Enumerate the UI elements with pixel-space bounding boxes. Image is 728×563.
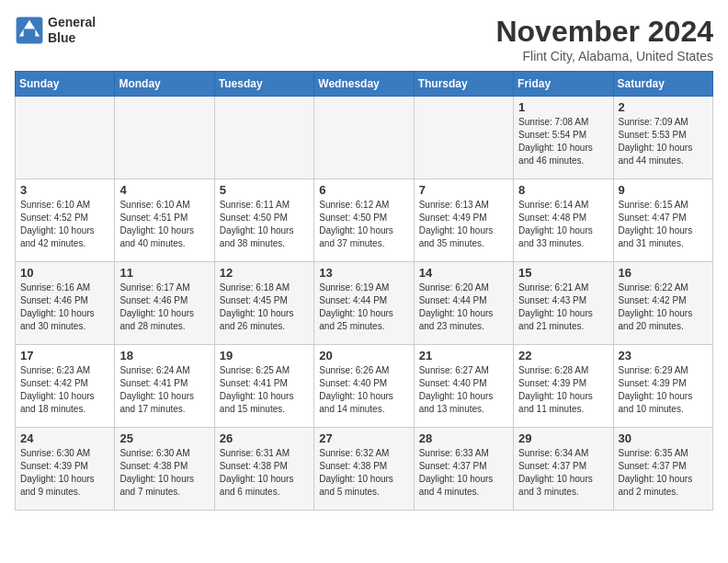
day-number: 8 (518, 183, 608, 197)
day-info: Sunrise: 6:27 AM Sunset: 4:40 PM Dayligh… (419, 364, 508, 416)
calendar-cell (414, 97, 513, 179)
day-number: 25 (119, 431, 209, 445)
calendar-week-1: 1Sunrise: 7:08 AM Sunset: 5:54 PM Daylig… (16, 97, 713, 179)
svg-rect-2 (24, 29, 36, 38)
day-number: 17 (20, 349, 109, 362)
day-number: 16 (619, 266, 708, 280)
day-info: Sunrise: 6:35 AM Sunset: 4:37 PM Dayligh… (619, 447, 708, 499)
day-info: Sunrise: 6:28 AM Sunset: 4:39 PM Dayligh… (518, 364, 608, 416)
day-number: 18 (119, 349, 209, 362)
location: Flint City, Alabama, United States (495, 49, 713, 63)
calendar-cell: 25Sunrise: 6:30 AM Sunset: 4:38 PM Dayli… (115, 428, 214, 511)
day-number: 21 (419, 349, 508, 362)
calendar-cell: 21Sunrise: 6:27 AM Sunset: 4:40 PM Dayli… (414, 345, 513, 428)
calendar-cell: 26Sunrise: 6:31 AM Sunset: 4:38 PM Dayli… (214, 428, 313, 511)
calendar-cell: 28Sunrise: 6:33 AM Sunset: 4:37 PM Dayli… (414, 428, 513, 511)
day-info: Sunrise: 6:14 AM Sunset: 4:48 PM Dayligh… (518, 199, 608, 250)
calendar-cell: 24Sunrise: 6:30 AM Sunset: 4:39 PM Dayli… (16, 428, 115, 511)
calendar-cell: 19Sunrise: 6:25 AM Sunset: 4:41 PM Dayli… (214, 345, 313, 428)
day-number: 10 (20, 266, 109, 280)
calendar-cell: 22Sunrise: 6:28 AM Sunset: 4:39 PM Dayli… (514, 345, 613, 428)
calendar-table: SundayMondayTuesdayWednesdayThursdayFrid… (15, 71, 713, 511)
day-info: Sunrise: 6:11 AM Sunset: 4:50 PM Dayligh… (220, 199, 309, 250)
day-number: 2 (619, 100, 708, 114)
day-number: 14 (419, 266, 508, 280)
day-info: Sunrise: 6:10 AM Sunset: 4:52 PM Dayligh… (20, 199, 109, 250)
day-number: 24 (20, 431, 109, 445)
day-info: Sunrise: 6:24 AM Sunset: 4:41 PM Dayligh… (119, 364, 209, 416)
calendar-cell: 2Sunrise: 7:09 AM Sunset: 5:53 PM Daylig… (613, 97, 712, 179)
day-number: 4 (119, 183, 209, 197)
weekday-header-sunday: Sunday (16, 72, 115, 97)
day-number: 6 (319, 183, 408, 197)
day-info: Sunrise: 6:22 AM Sunset: 4:42 PM Dayligh… (619, 282, 708, 333)
calendar-cell: 8Sunrise: 6:14 AM Sunset: 4:48 PM Daylig… (514, 179, 613, 262)
day-info: Sunrise: 6:32 AM Sunset: 4:38 PM Dayligh… (319, 447, 408, 499)
day-number: 5 (220, 183, 309, 197)
day-info: Sunrise: 6:17 AM Sunset: 4:46 PM Dayligh… (119, 282, 209, 333)
day-info: Sunrise: 6:31 AM Sunset: 4:38 PM Dayligh… (220, 447, 309, 499)
day-number: 11 (119, 266, 209, 280)
day-number: 3 (20, 183, 109, 197)
weekday-header-thursday: Thursday (414, 72, 513, 97)
calendar-cell: 5Sunrise: 6:11 AM Sunset: 4:50 PM Daylig… (214, 179, 313, 262)
calendar-week-4: 17Sunrise: 6:23 AM Sunset: 4:42 PM Dayli… (16, 345, 713, 428)
calendar-cell: 1Sunrise: 7:08 AM Sunset: 5:54 PM Daylig… (514, 97, 613, 179)
weekday-header-monday: Monday (115, 72, 214, 97)
calendar-cell: 14Sunrise: 6:20 AM Sunset: 4:44 PM Dayli… (414, 262, 513, 345)
calendar-cell: 30Sunrise: 6:35 AM Sunset: 4:37 PM Dayli… (613, 428, 712, 511)
calendar-week-2: 3Sunrise: 6:10 AM Sunset: 4:52 PM Daylig… (16, 179, 713, 262)
calendar-cell: 9Sunrise: 6:15 AM Sunset: 4:47 PM Daylig… (613, 179, 712, 262)
calendar-cell (214, 97, 313, 179)
day-info: Sunrise: 6:33 AM Sunset: 4:37 PM Dayligh… (419, 447, 508, 499)
day-info: Sunrise: 6:26 AM Sunset: 4:40 PM Dayligh… (319, 364, 408, 416)
day-info: Sunrise: 6:30 AM Sunset: 4:38 PM Dayligh… (119, 447, 209, 499)
logo-text: General Blue (48, 15, 96, 46)
day-number: 7 (419, 183, 508, 197)
calendar-cell: 6Sunrise: 6:12 AM Sunset: 4:50 PM Daylig… (314, 179, 414, 262)
day-info: Sunrise: 6:25 AM Sunset: 4:41 PM Dayligh… (220, 364, 309, 416)
day-info: Sunrise: 6:12 AM Sunset: 4:50 PM Dayligh… (319, 199, 408, 250)
day-number: 12 (220, 266, 309, 280)
calendar-cell: 11Sunrise: 6:17 AM Sunset: 4:46 PM Dayli… (115, 262, 214, 345)
weekday-header-friday: Friday (514, 72, 613, 97)
day-number: 20 (319, 349, 408, 362)
day-info: Sunrise: 6:30 AM Sunset: 4:39 PM Dayligh… (20, 447, 109, 499)
calendar-cell: 29Sunrise: 6:34 AM Sunset: 4:37 PM Dayli… (514, 428, 613, 511)
month-title: November 2024 (495, 15, 713, 49)
weekday-header-tuesday: Tuesday (214, 72, 313, 97)
calendar-week-3: 10Sunrise: 6:16 AM Sunset: 4:46 PM Dayli… (16, 262, 713, 345)
day-info: Sunrise: 6:19 AM Sunset: 4:44 PM Dayligh… (319, 282, 408, 333)
generalblue-logo-icon (15, 16, 44, 45)
calendar-cell: 15Sunrise: 6:21 AM Sunset: 4:43 PM Dayli… (514, 262, 613, 345)
day-number: 30 (619, 431, 708, 445)
day-number: 28 (419, 431, 508, 445)
day-info: Sunrise: 6:29 AM Sunset: 4:39 PM Dayligh… (619, 364, 708, 416)
day-info: Sunrise: 6:23 AM Sunset: 4:42 PM Dayligh… (20, 364, 109, 416)
logo: General Blue (15, 15, 96, 46)
weekday-header-wednesday: Wednesday (314, 72, 414, 97)
calendar-cell: 18Sunrise: 6:24 AM Sunset: 4:41 PM Dayli… (115, 345, 214, 428)
calendar-cell: 20Sunrise: 6:26 AM Sunset: 4:40 PM Dayli… (314, 345, 414, 428)
day-info: Sunrise: 6:34 AM Sunset: 4:37 PM Dayligh… (518, 447, 608, 499)
day-info: Sunrise: 6:20 AM Sunset: 4:44 PM Dayligh… (419, 282, 508, 333)
day-number: 15 (518, 266, 608, 280)
day-number: 13 (319, 266, 408, 280)
day-info: Sunrise: 6:21 AM Sunset: 4:43 PM Dayligh… (518, 282, 608, 333)
calendar-cell: 27Sunrise: 6:32 AM Sunset: 4:38 PM Dayli… (314, 428, 414, 511)
day-number: 19 (220, 349, 309, 362)
day-info: Sunrise: 7:08 AM Sunset: 5:54 PM Dayligh… (518, 116, 608, 167)
day-number: 23 (619, 349, 708, 362)
weekday-header-saturday: Saturday (613, 72, 712, 97)
day-number: 22 (518, 349, 608, 362)
calendar-cell: 13Sunrise: 6:19 AM Sunset: 4:44 PM Dayli… (314, 262, 414, 345)
calendar-cell: 23Sunrise: 6:29 AM Sunset: 4:39 PM Dayli… (613, 345, 712, 428)
day-number: 1 (518, 100, 608, 114)
day-info: Sunrise: 6:16 AM Sunset: 4:46 PM Dayligh… (20, 282, 109, 333)
page-header: General Blue November 2024 Flint City, A… (15, 15, 713, 63)
calendar-cell (314, 97, 414, 179)
calendar-cell (16, 97, 115, 179)
calendar-cell: 3Sunrise: 6:10 AM Sunset: 4:52 PM Daylig… (16, 179, 115, 262)
day-info: Sunrise: 6:13 AM Sunset: 4:49 PM Dayligh… (419, 199, 508, 250)
calendar-week-5: 24Sunrise: 6:30 AM Sunset: 4:39 PM Dayli… (16, 428, 713, 511)
